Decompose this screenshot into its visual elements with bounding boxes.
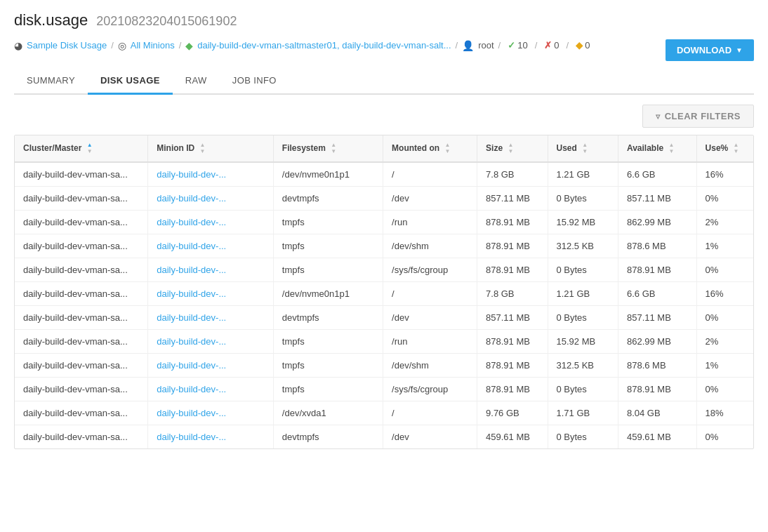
clear-filters-button[interactable]: ▿ CLEAR FILTERS <box>642 105 754 128</box>
cell-minion[interactable]: daily-build-dev-... <box>148 282 274 306</box>
cell-usepct: 1% <box>696 234 753 258</box>
cell-cluster: daily-build-dev-vman-sa... <box>15 234 148 258</box>
cell-cluster: daily-build-dev-vman-sa... <box>15 425 148 449</box>
cell-used: 15.92 MB <box>548 211 618 234</box>
cell-size: 9.76 GB <box>477 401 548 425</box>
table-row: daily-build-dev-vman-sa...daily-build-de… <box>15 258 753 282</box>
sort-icons-used[interactable]: ▲ ▼ <box>582 142 588 154</box>
tab-disk-usage[interactable]: DISK USAGE <box>88 68 173 95</box>
col-header-mounted[interactable]: Mounted on ▲ ▼ <box>383 135 477 162</box>
cell-cluster: daily-build-dev-vman-sa... <box>15 330 148 354</box>
cell-available: 6.6 GB <box>618 162 696 187</box>
cell-usepct: 16% <box>696 282 753 306</box>
cell-used: 15.92 MB <box>548 330 618 354</box>
cell-usepct: 0% <box>696 187 753 211</box>
target-icon: ◎ <box>118 40 126 51</box>
table-row: daily-build-dev-vman-sa...daily-build-de… <box>15 211 753 234</box>
download-label: DOWNLOAD <box>677 45 731 55</box>
cell-size: 878.91 MB <box>477 330 548 354</box>
cell-mounted: /dev/shm <box>383 234 477 258</box>
col-header-used[interactable]: Used ▲ ▼ <box>548 135 618 162</box>
breadcrumb-sample[interactable]: Sample Disk Usage <box>27 40 107 51</box>
cell-filesystem: tmpfs <box>273 378 383 401</box>
table-row: daily-build-dev-vman-sa...daily-build-de… <box>15 282 753 306</box>
cell-mounted: /dev <box>383 425 477 449</box>
cell-usepct: 16% <box>696 162 753 187</box>
job-id: 20210823204015061902 <box>96 14 237 29</box>
cell-available: 857.11 MB <box>618 306 696 330</box>
cell-mounted: /dev <box>383 187 477 211</box>
col-header-usepct[interactable]: Use% ▲ ▼ <box>696 135 753 162</box>
cell-filesystem: tmpfs <box>273 211 383 234</box>
cell-minion[interactable]: daily-build-dev-... <box>148 378 274 401</box>
table-row: daily-build-dev-vman-sa...daily-build-de… <box>15 354 753 378</box>
page-title-row: disk.usage 20210823204015061902 <box>14 11 754 29</box>
cell-cluster: daily-build-dev-vman-sa... <box>15 258 148 282</box>
cell-mounted: /dev <box>383 306 477 330</box>
cell-mounted: /sys/fs/cgroup <box>383 258 477 282</box>
cell-filesystem: /dev/nvme0n1p1 <box>273 282 383 306</box>
cell-minion[interactable]: daily-build-dev-... <box>148 162 274 187</box>
cell-available: 459.61 MB <box>618 425 696 449</box>
data-table-wrap: Cluster/Master ▲ ▼ Minion ID ▲ ▼ <box>14 135 754 449</box>
cell-size: 7.8 GB <box>477 282 548 306</box>
cell-minion[interactable]: daily-build-dev-... <box>148 401 274 425</box>
cell-cluster: daily-build-dev-vman-sa... <box>15 211 148 234</box>
cell-minion[interactable]: daily-build-dev-... <box>148 258 274 282</box>
cell-cluster: daily-build-dev-vman-sa... <box>15 401 148 425</box>
cell-cluster: daily-build-dev-vman-sa... <box>15 378 148 401</box>
cell-filesystem: devtmpfs <box>273 306 383 330</box>
sort-icons-cluster[interactable]: ▲ ▼ <box>87 142 93 154</box>
breadcrumb-all-minions[interactable]: All Minions <box>131 40 175 51</box>
sort-icons-minion[interactable]: ▲ ▼ <box>200 142 206 154</box>
tab-job-info[interactable]: JOB INFO <box>220 68 289 95</box>
error-count: 0 <box>554 40 559 51</box>
cell-size: 878.91 MB <box>477 354 548 378</box>
cell-minion[interactable]: daily-build-dev-... <box>148 306 274 330</box>
cell-available: 6.6 GB <box>618 282 696 306</box>
cell-minion[interactable]: daily-build-dev-... <box>148 425 274 449</box>
cell-minion[interactable]: daily-build-dev-... <box>148 330 274 354</box>
cell-mounted: / <box>383 282 477 306</box>
cell-available: 8.04 GB <box>618 401 696 425</box>
leaf-icon: ◆ <box>185 40 193 51</box>
col-header-filesystem[interactable]: Filesystem ▲ ▼ <box>273 135 383 162</box>
col-header-cluster[interactable]: Cluster/Master ▲ ▼ <box>15 135 148 162</box>
sort-icons-size[interactable]: ▲ ▼ <box>508 142 513 154</box>
tab-summary[interactable]: SUMMARY <box>14 68 88 95</box>
cell-mounted: /run <box>383 211 477 234</box>
table-row: daily-build-dev-vman-sa...daily-build-de… <box>15 378 753 401</box>
cell-minion[interactable]: daily-build-dev-... <box>148 187 274 211</box>
header-row: ◕ Sample Disk Usage / ◎ All Minions / ◆ … <box>14 39 754 61</box>
col-header-size[interactable]: Size ▲ ▼ <box>477 135 548 162</box>
col-header-minion[interactable]: Minion ID ▲ ▼ <box>148 135 274 162</box>
col-header-available[interactable]: Available ▲ ▼ <box>618 135 696 162</box>
tab-raw[interactable]: RAW <box>173 68 220 95</box>
cell-mounted: /sys/fs/cgroup <box>383 378 477 401</box>
table-row: daily-build-dev-vman-sa...daily-build-de… <box>15 401 753 425</box>
cell-available: 862.99 MB <box>618 211 696 234</box>
breadcrumb-wrap: ◕ Sample Disk Usage / ◎ All Minions / ◆ … <box>14 40 666 61</box>
cell-minion[interactable]: daily-build-dev-... <box>148 211 274 234</box>
cell-available: 857.11 MB <box>618 187 696 211</box>
cell-usepct: 2% <box>696 330 753 354</box>
table-row: daily-build-dev-vman-sa...daily-build-de… <box>15 162 753 187</box>
sort-icons-filesystem[interactable]: ▲ ▼ <box>331 142 336 154</box>
cell-mounted: / <box>383 162 477 187</box>
cell-size: 878.91 MB <box>477 211 548 234</box>
table-row: daily-build-dev-vman-sa...daily-build-de… <box>15 234 753 258</box>
cell-filesystem: devtmpfs <box>273 187 383 211</box>
sort-icons-mounted[interactable]: ▲ ▼ <box>444 142 450 154</box>
download-button[interactable]: DOWNLOAD ▼ <box>666 39 754 61</box>
cell-size: 878.91 MB <box>477 234 548 258</box>
cell-minion[interactable]: daily-build-dev-... <box>148 234 274 258</box>
sort-icons-available[interactable]: ▲ ▼ <box>669 142 675 154</box>
cell-cluster: daily-build-dev-vman-sa... <box>15 354 148 378</box>
cell-filesystem: tmpfs <box>273 234 383 258</box>
cell-minion[interactable]: daily-build-dev-... <box>148 354 274 378</box>
cell-size: 7.8 GB <box>477 162 548 187</box>
warning-count: 0 <box>585 40 590 51</box>
cell-available: 878.6 MB <box>618 234 696 258</box>
sort-icons-usepct[interactable]: ▲ ▼ <box>734 142 739 154</box>
breadcrumb-targets[interactable]: daily-build-dev-vman-saltmaster01, daily… <box>197 40 451 51</box>
